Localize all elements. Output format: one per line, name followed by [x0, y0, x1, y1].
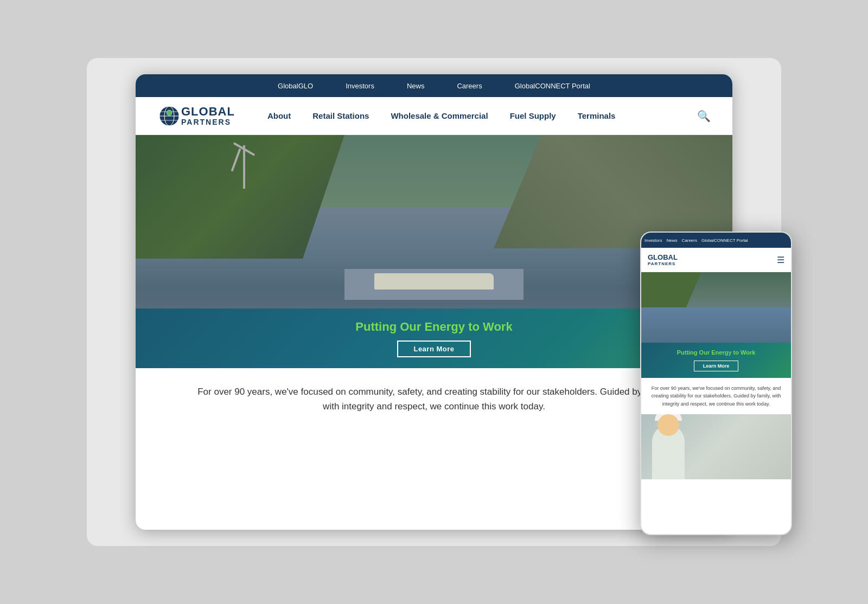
logo-globe-icon — [157, 104, 181, 128]
top-nav-bar: GlobalGLO Investors News Careers GlobalC… — [136, 74, 732, 97]
mobile-nav-globalconnect[interactable]: GlobalCONNECT Portal — [701, 238, 748, 243]
nav-wholesale-commercial[interactable]: Wholesale & Commercial — [391, 111, 488, 120]
mobile-tagline: Putting Our Energy to Work — [648, 349, 784, 356]
nav-news[interactable]: News — [407, 82, 425, 90]
nav-terminals[interactable]: Terminals — [578, 111, 616, 120]
search-icon[interactable]: 🔍 — [697, 110, 711, 123]
nav-careers[interactable]: Careers — [457, 82, 482, 90]
logo-text: GLOBAL PARTNERS — [181, 105, 235, 127]
mobile-device: Investors News Careers GlobalCONNECT Por… — [640, 232, 792, 535]
mobile-description: For over 90 years, we've focused on comm… — [648, 384, 784, 408]
logo-global: GLOBAL — [181, 105, 235, 118]
nav-fuel-supply[interactable]: Fuel Supply — [510, 111, 556, 120]
mobile-logo-global: GLOBAL — [648, 253, 678, 261]
body-description: For over 90 years, we've focused on comm… — [190, 384, 678, 414]
mobile-cta-banner: Putting Our Energy to Work Learn More — [641, 343, 791, 378]
mobile-top-nav: Investors News Careers GlobalCONNECT Por… — [641, 233, 791, 248]
mobile-nav-news[interactable]: News — [666, 238, 677, 243]
nav-about[interactable]: About — [267, 111, 291, 120]
hero-windmill — [243, 145, 245, 189]
nav-investors[interactable]: Investors — [346, 82, 374, 90]
mobile-worker-head — [658, 414, 679, 436]
mobile-worker-figure — [652, 425, 685, 479]
mobile-hero-water — [641, 307, 791, 343]
logo: GLOBAL PARTNERS — [157, 104, 235, 128]
nav-globalconnect[interactable]: GlobalCONNECT Portal — [515, 82, 590, 90]
logo-partners: PARTNERS — [181, 118, 235, 126]
mobile-body-text: For over 90 years, we've focused on comm… — [641, 378, 791, 414]
mobile-nav-careers[interactable]: Careers — [681, 238, 697, 243]
mobile-learn-more-button[interactable]: Learn More — [694, 361, 739, 371]
mobile-main-nav: GLOBAL PARTNERS ☰ — [641, 248, 791, 272]
main-nav: GLOBAL PARTNERS About Retail Stations Wh… — [136, 97, 732, 135]
mobile-nav-investors[interactable]: Investors — [644, 238, 662, 243]
hero-tagline: Putting Our Energy to Work — [355, 320, 512, 334]
mobile-logo: GLOBAL PARTNERS — [648, 253, 678, 266]
mobile-hero-image — [641, 272, 791, 343]
mobile-logo-partners: PARTNERS — [648, 261, 678, 266]
main-nav-links: About Retail Stations Wholesale & Commer… — [267, 111, 697, 120]
nav-retail-stations[interactable]: Retail Stations — [312, 111, 369, 120]
hero-ship — [374, 273, 494, 290]
nav-globalGLO[interactable]: GlobalGLO — [278, 82, 313, 90]
mobile-bottom-image — [641, 414, 791, 479]
hamburger-menu-icon[interactable]: ☰ — [777, 255, 784, 265]
learn-more-button[interactable]: Learn More — [397, 340, 470, 357]
screenshot-container: GlobalGLO Investors News Careers GlobalC… — [87, 58, 781, 546]
